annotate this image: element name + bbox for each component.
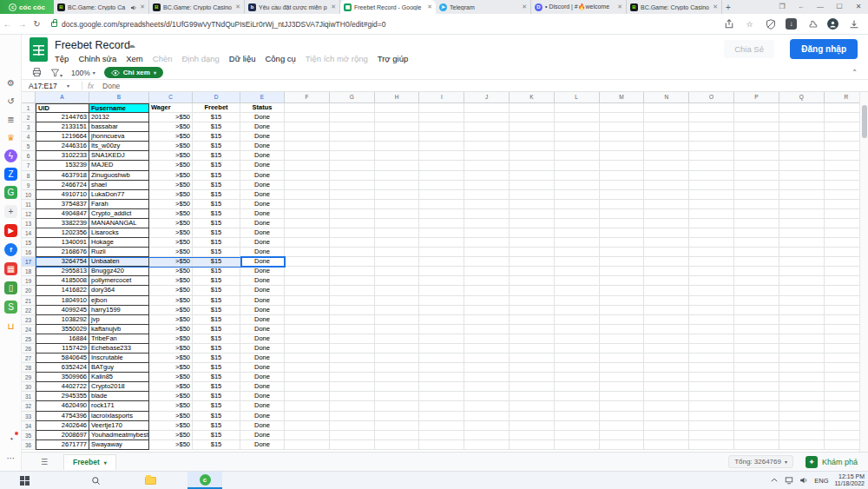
browser-tab[interactable]: BBC.Game: Crypto Ca✕ (54, 0, 149, 14)
cell[interactable]: Done (240, 113, 285, 122)
cell[interactable]: kaftanujvb (89, 325, 149, 334)
cell[interactable] (555, 132, 600, 142)
cell[interactable]: $15 (193, 248, 240, 257)
row-number[interactable]: 31 (22, 392, 36, 401)
scrollbar-thumb[interactable] (862, 105, 867, 138)
cell[interactable] (375, 373, 420, 382)
cell[interactable]: $15 (193, 113, 240, 122)
row-number[interactable]: 17 (22, 257, 36, 267)
cell[interactable] (510, 132, 555, 142)
cell[interactable]: Done (240, 334, 285, 344)
all-sheets-menu-icon[interactable]: ☰ (41, 458, 48, 466)
cell[interactable] (689, 296, 734, 306)
column-header-J[interactable]: J (464, 92, 510, 103)
cell[interactable] (375, 440, 420, 450)
cell[interactable] (734, 382, 779, 392)
cell[interactable] (734, 113, 779, 122)
cell[interactable] (825, 392, 859, 401)
cell[interactable] (555, 248, 600, 257)
bookmark-star-icon[interactable]: ☆ (744, 18, 755, 30)
column-header-H[interactable]: H (375, 92, 420, 103)
taskbar-coccoc[interactable]: c (187, 472, 222, 489)
row-number[interactable]: 23 (22, 315, 36, 325)
cell[interactable] (644, 363, 689, 373)
cell[interactable]: $15 (193, 373, 240, 382)
cell[interactable] (419, 363, 464, 373)
cart-icon[interactable]: ⊔ (4, 320, 17, 333)
cell[interactable] (375, 142, 420, 151)
cell[interactable] (689, 181, 734, 190)
cell[interactable] (285, 412, 330, 421)
cell[interactable] (644, 267, 689, 276)
row-number[interactable]: 8 (22, 171, 36, 181)
cell[interactable] (510, 440, 555, 450)
cell[interactable] (644, 382, 689, 392)
add-icon[interactable]: + (4, 205, 17, 218)
cell[interactable] (825, 440, 859, 450)
cell[interactable] (644, 248, 689, 257)
cell[interactable] (464, 315, 510, 325)
language-indicator[interactable]: ENG (814, 477, 828, 485)
cell[interactable] (825, 325, 859, 334)
cell[interactable]: Done (240, 354, 285, 363)
zoom-select[interactable]: 100%▾ (71, 69, 95, 77)
cell[interactable]: >$50 (149, 354, 193, 363)
cell[interactable] (375, 257, 420, 267)
cell[interactable] (825, 334, 859, 344)
cell[interactable]: $15 (193, 209, 240, 219)
cell[interactable] (330, 315, 375, 325)
cell[interactable] (734, 142, 779, 151)
messenger-icon[interactable]: ϟ (4, 149, 17, 162)
cell[interactable]: Done (240, 315, 285, 325)
cell[interactable] (510, 103, 555, 113)
column-header-Q[interactable]: Q (779, 92, 825, 103)
cell[interactable]: Done (240, 238, 285, 248)
cell[interactable]: >$50 (149, 248, 193, 257)
cell[interactable] (419, 238, 464, 248)
cell[interactable] (375, 354, 420, 363)
cell[interactable]: >$50 (149, 325, 193, 334)
cell[interactable]: Fusername (89, 103, 149, 113)
cell[interactable] (689, 257, 734, 267)
cell[interactable] (689, 132, 734, 142)
cell[interactable] (375, 103, 420, 113)
cell[interactable] (285, 171, 330, 181)
browser-tab[interactable]: BBC.Game: Crypto Casino✕ (149, 0, 245, 14)
cell[interactable]: $15 (193, 363, 240, 373)
column-header-R[interactable]: R (825, 92, 859, 103)
cell[interactable]: Echebase233 (89, 344, 149, 354)
cell[interactable] (330, 219, 375, 228)
cell[interactable] (285, 276, 330, 286)
cell[interactable] (510, 219, 555, 228)
cell[interactable]: 153239 (36, 161, 89, 170)
signin-button[interactable]: Đăng nhập (790, 39, 858, 59)
cell[interactable]: >$50 (149, 238, 193, 248)
cell[interactable] (734, 132, 779, 142)
crown-icon[interactable]: ♛ (4, 131, 17, 144)
cell[interactable] (600, 373, 645, 382)
cell[interactable]: $15 (193, 315, 240, 325)
cell[interactable] (689, 161, 734, 170)
cell[interactable] (644, 325, 689, 334)
cell[interactable] (825, 431, 859, 440)
download-manager-icon[interactable]: ↓ (786, 18, 797, 30)
cell[interactable] (464, 296, 510, 306)
cell[interactable] (330, 306, 375, 315)
sum-chip[interactable]: Tổng: 3264769▾ (728, 455, 793, 468)
column-header-C[interactable]: C (149, 92, 193, 103)
share-icon[interactable] (723, 18, 734, 30)
cell[interactable] (464, 325, 510, 334)
cell[interactable] (375, 344, 420, 354)
cell[interactable] (779, 257, 825, 267)
menu-trợ-giúp[interactable]: Trợ giúp (378, 54, 408, 63)
cell[interactable] (510, 113, 555, 122)
cell[interactable] (464, 306, 510, 315)
explore-button[interactable]: ✦Khám phá (806, 456, 858, 468)
column-header-P[interactable]: P (734, 92, 779, 103)
cell[interactable]: $15 (193, 219, 240, 228)
cell[interactable] (779, 392, 825, 401)
cell[interactable] (464, 190, 510, 200)
cell[interactable] (600, 392, 645, 401)
row-number[interactable]: 16 (22, 248, 36, 257)
cell[interactable] (555, 103, 600, 113)
